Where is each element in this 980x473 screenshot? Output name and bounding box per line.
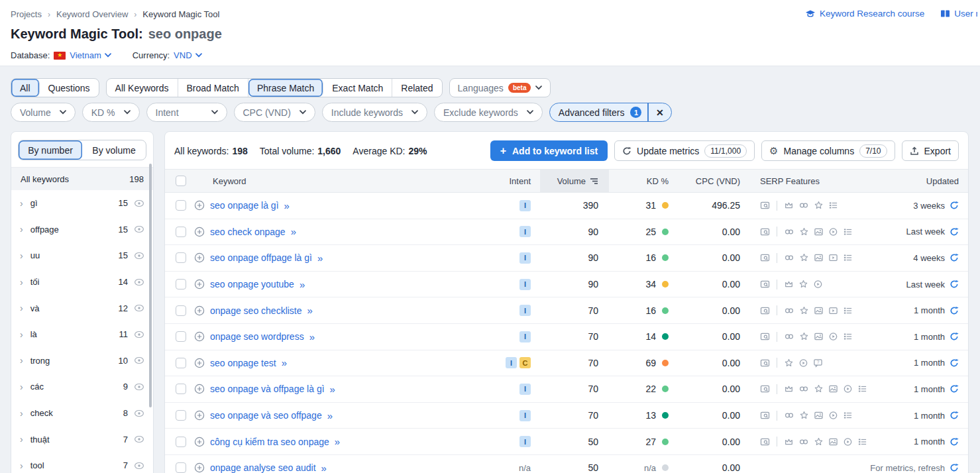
sitelinks-icon[interactable]: [857, 437, 867, 447]
refresh-row-icon[interactable]: [950, 253, 959, 262]
keyword-link[interactable]: seo onpage và seo offpage: [210, 410, 322, 421]
eye-icon[interactable]: [134, 462, 144, 470]
row-checkbox[interactable]: [176, 252, 186, 263]
serp-preview-icon[interactable]: [760, 253, 770, 262]
keyword-group-item[interactable]: ›offpage15: [11, 217, 153, 243]
sitelinks-icon[interactable]: [828, 201, 838, 210]
row-checkbox[interactable]: [176, 227, 186, 237]
manage-columns-button[interactable]: ⚙ Manage columns 7/10: [761, 140, 895, 161]
filter-exclude-keywords[interactable]: Exclude keywords: [434, 103, 543, 122]
add-keyword-icon[interactable]: [194, 384, 205, 394]
image-icon[interactable]: [828, 384, 838, 394]
add-keyword-icon[interactable]: [194, 331, 205, 342]
clear-advanced-filters-button[interactable]: ✕: [649, 107, 671, 118]
refresh-row-icon[interactable]: [950, 332, 959, 341]
keyword-link[interactable]: seo onpage youtube: [210, 279, 294, 289]
star-icon[interactable]: [814, 201, 824, 210]
keyword-link[interactable]: seo onpage offpage là gì: [210, 252, 312, 263]
sidebar-scrollbar[interactable]: [149, 164, 152, 407]
filter-include-keywords[interactable]: Include keywords: [322, 103, 427, 122]
star-icon[interactable]: [799, 306, 809, 315]
eye-icon[interactable]: [134, 252, 144, 260]
breadcrumb-projects[interactable]: Projects: [11, 9, 42, 19]
eye-icon[interactable]: [134, 225, 144, 233]
add-to-keyword-list-button[interactable]: + Add to keyword list: [490, 140, 608, 161]
chevron-right-icon[interactable]: ›: [20, 355, 23, 366]
chevron-right-icon[interactable]: ›: [20, 250, 23, 261]
sitelinks-icon[interactable]: [843, 227, 853, 236]
star-icon[interactable]: [799, 227, 809, 236]
star-icon[interactable]: [799, 253, 809, 262]
keyword-link[interactable]: onpage seo wordpress: [210, 331, 304, 342]
filter-cpc-vnd-[interactable]: CPC (VND): [234, 103, 315, 122]
video-icon[interactable]: [828, 411, 838, 420]
refresh-row-icon[interactable]: [950, 201, 959, 210]
link-icon[interactable]: [784, 332, 794, 341]
column-intent[interactable]: Intent: [482, 170, 540, 192]
keyword-link[interactable]: seo onpage test: [210, 358, 276, 368]
column-keyword[interactable]: Keyword: [194, 170, 482, 192]
eye-icon[interactable]: [134, 435, 144, 443]
filter-intent[interactable]: Intent: [146, 103, 227, 122]
serp-preview-icon[interactable]: [760, 201, 770, 210]
video-carousel-icon[interactable]: [828, 253, 838, 262]
star-icon[interactable]: [799, 411, 809, 420]
open-keyword-icon[interactable]: »: [291, 226, 296, 237]
keyword-group-item[interactable]: ›trong10: [11, 348, 153, 374]
tab-broad-match[interactable]: Broad Match: [178, 79, 248, 97]
link-icon[interactable]: [784, 227, 794, 236]
open-keyword-icon[interactable]: »: [282, 357, 286, 368]
breadcrumb-keyword-overview[interactable]: Keyword Overview: [56, 9, 128, 19]
keyword-link[interactable]: seo onpage và offpage là gì: [210, 384, 325, 394]
sitelinks-icon[interactable]: [843, 253, 853, 262]
star-icon[interactable]: [799, 332, 809, 341]
open-keyword-icon[interactable]: »: [327, 410, 332, 421]
column-cpc[interactable]: CPC (VND): [678, 170, 751, 192]
image-icon[interactable]: [814, 253, 824, 262]
video-icon[interactable]: [798, 358, 808, 368]
add-keyword-icon[interactable]: [194, 279, 205, 289]
keyword-group-item[interactable]: ›thuật7: [11, 426, 153, 452]
eye-icon[interactable]: [134, 304, 144, 312]
open-keyword-icon[interactable]: »: [299, 279, 304, 290]
add-keyword-icon[interactable]: [194, 252, 205, 263]
row-checkbox[interactable]: [176, 279, 186, 289]
open-keyword-icon[interactable]: »: [284, 200, 289, 211]
column-volume[interactable]: Volume: [540, 170, 609, 192]
open-keyword-icon[interactable]: »: [307, 305, 312, 316]
image-icon[interactable]: [828, 437, 838, 447]
serp-preview-icon[interactable]: [760, 384, 770, 394]
star-icon[interactable]: [784, 358, 794, 368]
keyword-link[interactable]: seo onpage là gì: [210, 200, 279, 211]
refresh-row-icon[interactable]: [950, 306, 959, 315]
add-keyword-icon[interactable]: [194, 305, 205, 316]
video-icon[interactable]: [813, 280, 823, 289]
serp-preview-icon[interactable]: [760, 227, 770, 236]
link-icon[interactable]: [784, 253, 794, 262]
row-checkbox[interactable]: [176, 331, 186, 342]
add-keyword-icon[interactable]: [194, 358, 205, 368]
serp-preview-icon[interactable]: [760, 332, 770, 341]
keyword-link[interactable]: onpage analyse seo audit: [210, 462, 316, 473]
chevron-right-icon[interactable]: ›: [20, 434, 23, 445]
languages-dropdown[interactable]: Languages beta: [449, 78, 551, 97]
toggle-by-number[interactable]: By number: [19, 140, 82, 160]
image-icon[interactable]: [814, 306, 824, 315]
keyword-group-item[interactable]: ›và12: [11, 295, 153, 321]
open-keyword-icon[interactable]: »: [317, 252, 322, 264]
video-icon[interactable]: [843, 384, 853, 394]
row-checkbox[interactable]: [176, 384, 186, 394]
column-kd[interactable]: KD %: [609, 170, 678, 192]
refresh-row-icon[interactable]: [950, 437, 959, 447]
crown-icon[interactable]: [784, 201, 794, 210]
refresh-row-icon[interactable]: [950, 384, 959, 394]
chevron-right-icon[interactable]: ›: [20, 329, 23, 340]
serp-preview-icon[interactable]: [760, 358, 770, 368]
filter-kd-[interactable]: KD %: [82, 103, 140, 122]
add-keyword-icon[interactable]: [194, 410, 205, 421]
tab-related[interactable]: Related: [392, 79, 441, 97]
advanced-filters-button[interactable]: Advanced filters: [550, 107, 631, 118]
eye-icon[interactable]: [134, 356, 144, 364]
refresh-row-icon[interactable]: [950, 358, 959, 368]
serp-preview-icon[interactable]: [760, 280, 770, 289]
